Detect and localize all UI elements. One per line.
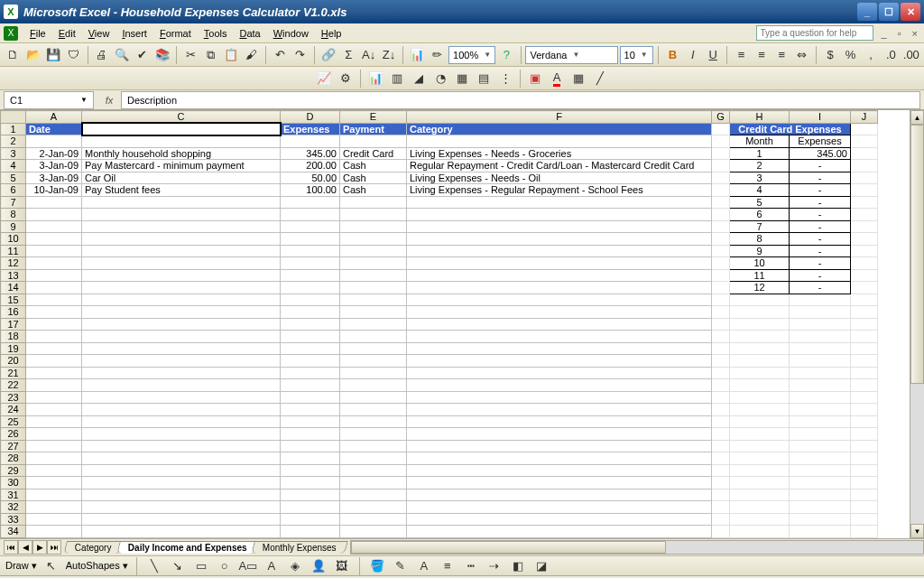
fill-color-icon[interactable]: ▣ xyxy=(525,69,545,89)
cell-I31[interactable] xyxy=(790,489,851,501)
cell-C33[interactable] xyxy=(82,513,281,526)
cell-F5[interactable]: Living Expenses - Needs - Oil xyxy=(407,172,712,184)
cell-C34[interactable] xyxy=(82,526,281,538)
cell-E32[interactable] xyxy=(340,501,407,514)
cell-H15[interactable] xyxy=(730,294,790,306)
cell-A23[interactable] xyxy=(26,391,82,404)
picture-icon[interactable]: 🖼 xyxy=(333,557,351,575)
cell-J27[interactable] xyxy=(851,440,878,452)
row-header-11[interactable]: 11 xyxy=(1,245,26,257)
cell-E3[interactable]: Credit Card xyxy=(340,147,407,160)
cell-H11[interactable]: 9 xyxy=(730,245,790,257)
cell-I11[interactable]: - xyxy=(790,245,851,257)
cell-E8[interactable] xyxy=(340,209,407,221)
cell-C28[interactable] xyxy=(82,452,281,465)
cell-F6[interactable]: Living Expenses - Regular Repayment - Sc… xyxy=(407,184,712,197)
cell-F32[interactable] xyxy=(407,501,712,514)
cell-H1[interactable]: Credit Card Expenses xyxy=(730,123,851,135)
cell-D30[interactable] xyxy=(281,477,340,489)
cell-J26[interactable] xyxy=(851,428,878,441)
cell-G35[interactable] xyxy=(712,537,730,538)
cell-H26[interactable] xyxy=(730,428,790,441)
chart-pie-icon[interactable]: ◔ xyxy=(430,69,450,89)
row-header-2[interactable]: 2 xyxy=(1,135,26,148)
cell-J33[interactable] xyxy=(851,513,878,526)
open-icon[interactable]: 📂 xyxy=(23,45,42,65)
3d-icon[interactable]: ◪ xyxy=(532,557,550,575)
cell-G1[interactable] xyxy=(712,123,730,135)
row-header-20[interactable]: 20 xyxy=(1,355,26,368)
select-objects-icon[interactable]: ↖ xyxy=(42,557,60,575)
row-header-6[interactable]: 6 xyxy=(1,184,26,197)
cell-J12[interactable] xyxy=(851,257,878,270)
cell-J10[interactable] xyxy=(851,233,878,246)
cell-H12[interactable]: 10 xyxy=(730,257,790,270)
cell-C12[interactable] xyxy=(82,257,281,270)
row-header-28[interactable]: 28 xyxy=(1,452,26,465)
spelling-icon[interactable]: ✔ xyxy=(133,45,151,65)
cell-I26[interactable] xyxy=(790,428,851,441)
tab-nav-prev-icon[interactable]: ◀ xyxy=(18,540,32,555)
cell-D28[interactable] xyxy=(281,452,340,465)
cell-H25[interactable] xyxy=(730,415,790,428)
cell-J29[interactable] xyxy=(851,464,878,477)
cell-I22[interactable] xyxy=(790,379,851,392)
cell-G32[interactable] xyxy=(712,501,730,514)
cell-C16[interactable] xyxy=(82,306,281,319)
cell-D13[interactable] xyxy=(281,269,340,282)
cell-E35[interactable] xyxy=(340,537,407,538)
row-header-13[interactable]: 13 xyxy=(1,269,26,282)
cell-F8[interactable] xyxy=(407,209,712,221)
cell-D24[interactable] xyxy=(281,404,340,416)
cell-C8[interactable] xyxy=(82,209,281,221)
cell-D25[interactable] xyxy=(281,415,340,428)
cell-I14[interactable]: - xyxy=(790,282,851,294)
chart-wizard-icon[interactable]: 📊 xyxy=(408,45,426,65)
column-header-G[interactable]: G xyxy=(712,111,730,124)
cell-G4[interactable] xyxy=(712,160,730,172)
row-header-26[interactable]: 26 xyxy=(1,428,26,441)
cell-A3[interactable]: 2-Jan-09 xyxy=(26,147,82,160)
cell-E21[interactable] xyxy=(340,367,407,379)
menu-data[interactable]: Data xyxy=(233,26,266,41)
cell-I20[interactable] xyxy=(790,355,851,368)
cell-C17[interactable] xyxy=(82,318,281,331)
cell-E13[interactable] xyxy=(340,269,407,282)
cell-A7[interactable] xyxy=(26,196,82,209)
dash-style-icon[interactable]: ┅ xyxy=(462,557,480,575)
cell-I32[interactable] xyxy=(790,501,851,514)
autoshapes-menu[interactable]: AutoShapes ▾ xyxy=(66,560,128,572)
cell-D18[interactable] xyxy=(281,331,340,343)
cell-G19[interactable] xyxy=(712,342,730,355)
cell-H23[interactable] xyxy=(730,391,790,404)
line-color-icon[interactable]: ╱ xyxy=(590,69,610,89)
cell-G13[interactable] xyxy=(712,269,730,282)
decrease-decimal-icon[interactable]: .00 xyxy=(902,45,920,65)
menu-tools[interactable]: Tools xyxy=(198,26,234,41)
cell-E17[interactable] xyxy=(340,318,407,331)
italic-icon[interactable]: I xyxy=(684,45,702,65)
cell-I3[interactable]: 345.00 xyxy=(790,147,851,160)
cell-I4[interactable]: - xyxy=(790,160,851,172)
cell-F33[interactable] xyxy=(407,513,712,526)
cell-G26[interactable] xyxy=(712,428,730,441)
cell-D31[interactable] xyxy=(281,489,340,501)
cell-J24[interactable] xyxy=(851,404,878,416)
cell-J4[interactable] xyxy=(851,160,878,172)
cell-G15[interactable] xyxy=(712,294,730,306)
cell-F21[interactable] xyxy=(407,367,712,379)
cell-J1[interactable] xyxy=(851,123,878,135)
row-header-35[interactable]: 35 xyxy=(1,537,26,538)
row-header-19[interactable]: 19 xyxy=(1,342,26,355)
cell-D5[interactable]: 50.00 xyxy=(281,172,340,184)
cell-G17[interactable] xyxy=(712,318,730,331)
print-icon[interactable]: 🖨 xyxy=(93,45,111,65)
new-icon[interactable]: 🗋 xyxy=(4,45,22,65)
cell-A27[interactable] xyxy=(26,440,82,452)
cell-E25[interactable] xyxy=(340,415,407,428)
arrow-icon[interactable]: ↘ xyxy=(169,557,187,575)
cell-H17[interactable] xyxy=(730,318,790,331)
cell-D11[interactable] xyxy=(281,245,340,257)
cell-F19[interactable] xyxy=(407,342,712,355)
cell-H10[interactable]: 8 xyxy=(730,233,790,246)
